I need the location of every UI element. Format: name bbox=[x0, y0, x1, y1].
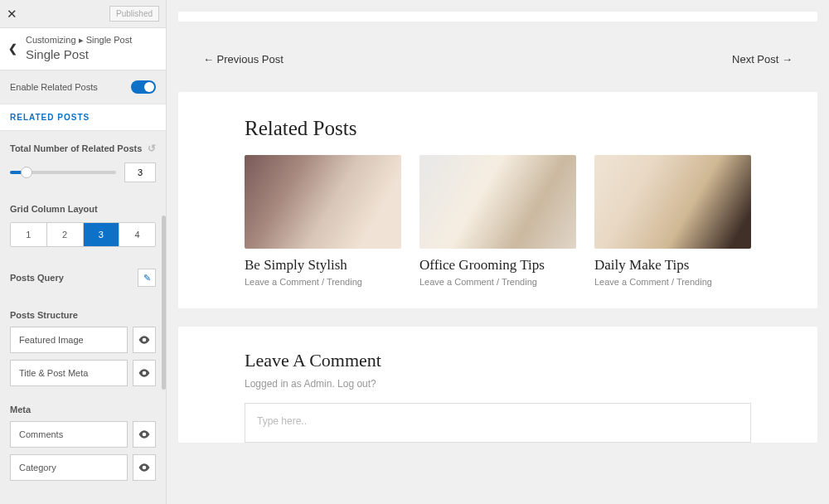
posts-query-row: Posts Query ✎ bbox=[0, 257, 166, 298]
related-post[interactable]: Office Grooming Tips Leave a Comment / T… bbox=[419, 155, 576, 287]
sidebar-topbar: ✕ Published bbox=[0, 0, 166, 28]
visibility-toggle[interactable] bbox=[133, 421, 156, 448]
preview-pane: ← Previous Post Next Post → Related Post… bbox=[167, 0, 829, 504]
related-post[interactable]: Be Simply Stylish Leave a Comment / Tren… bbox=[245, 155, 401, 287]
breadcrumb: Customizing ▸ Single Post bbox=[26, 35, 132, 46]
page-title: Single Post bbox=[26, 47, 132, 61]
related-posts-card: Related Posts Be Simply Stylish Leave a … bbox=[178, 92, 817, 308]
posts-structure-label: Posts Structure bbox=[0, 298, 166, 327]
back-icon[interactable]: ❮ bbox=[8, 42, 17, 55]
comment-textarea[interactable]: Type here.. bbox=[245, 403, 751, 443]
post-title: Office Grooming Tips bbox=[419, 257, 576, 274]
eye-icon bbox=[138, 336, 150, 344]
total-related-value[interactable]: 3 bbox=[124, 162, 156, 182]
structure-item: Title & Post Meta bbox=[10, 360, 156, 386]
posts-query-edit-button[interactable]: ✎ bbox=[138, 269, 156, 287]
prev-post-link[interactable]: ← Previous Post bbox=[203, 53, 284, 65]
post-meta: Leave a Comment / Trending bbox=[594, 277, 751, 287]
post-thumbnail bbox=[245, 155, 401, 249]
published-badge: Published bbox=[109, 6, 159, 22]
comment-title: Leave A Comment bbox=[245, 350, 751, 371]
structure-title-meta[interactable]: Title & Post Meta bbox=[10, 360, 128, 386]
post-title: Be Simply Stylish bbox=[245, 257, 401, 274]
visibility-toggle[interactable] bbox=[133, 360, 156, 386]
eye-icon bbox=[138, 463, 150, 472]
grid-opt-3[interactable]: 3 bbox=[84, 223, 120, 246]
eye-icon bbox=[138, 369, 150, 377]
sidebar-scrollbar[interactable] bbox=[162, 216, 166, 390]
meta-item: Comments bbox=[10, 421, 156, 448]
grid-column-block: Grid Column Layout 1 2 3 4 bbox=[0, 192, 166, 257]
sidebar-header: ❮ Customizing ▸ Single Post Single Post bbox=[0, 28, 166, 70]
structure-item: Featured Image bbox=[10, 327, 156, 353]
total-related-label: Total Number of Related Posts bbox=[10, 143, 142, 153]
meta-label: Meta bbox=[0, 393, 166, 421]
related-section-title: RELATED POSTS bbox=[0, 104, 166, 131]
post-meta: Leave a Comment / Trending bbox=[419, 277, 576, 287]
related-posts-grid: Be Simply Stylish Leave a Comment / Tren… bbox=[245, 155, 751, 287]
post-title: Daily Make Tips bbox=[594, 257, 751, 274]
posts-query-label: Posts Query bbox=[10, 273, 64, 283]
next-post-link[interactable]: Next Post → bbox=[732, 53, 793, 65]
meta-category[interactable]: Category bbox=[10, 454, 128, 481]
total-related-block: Total Number of Related Posts ↺ 3 bbox=[0, 131, 166, 192]
post-thumbnail bbox=[419, 155, 576, 249]
grid-opt-1[interactable]: 1 bbox=[11, 223, 47, 246]
enable-related-toggle[interactable] bbox=[131, 80, 156, 94]
enable-related-row: Enable Related Posts bbox=[0, 70, 166, 104]
visibility-toggle[interactable] bbox=[133, 454, 156, 481]
visibility-toggle[interactable] bbox=[133, 327, 156, 353]
comment-card: Leave A Comment Logged in as Admin. Log … bbox=[178, 327, 817, 443]
reset-icon[interactable]: ↺ bbox=[148, 143, 156, 154]
post-nav: ← Previous Post Next Post → bbox=[178, 40, 817, 79]
enable-related-label: Enable Related Posts bbox=[10, 82, 98, 92]
content-card-top bbox=[178, 12, 817, 22]
customizer-sidebar: ✕ Published ❮ Customizing ▸ Single Post … bbox=[0, 0, 167, 504]
logged-in-line: Logged in as Admin. Log out? bbox=[245, 378, 751, 390]
eye-icon bbox=[138, 430, 150, 439]
post-thumbnail bbox=[594, 155, 751, 249]
related-post[interactable]: Daily Make Tips Leave a Comment / Trendi… bbox=[594, 155, 751, 287]
close-icon[interactable]: ✕ bbox=[7, 7, 17, 22]
total-related-slider[interactable] bbox=[10, 171, 116, 174]
grid-column-label: Grid Column Layout bbox=[10, 204, 98, 214]
meta-item: Category bbox=[10, 454, 156, 481]
structure-featured-image[interactable]: Featured Image bbox=[10, 327, 128, 353]
grid-opt-2[interactable]: 2 bbox=[47, 223, 84, 246]
post-meta: Leave a Comment / Trending bbox=[245, 277, 401, 287]
pencil-icon: ✎ bbox=[143, 273, 151, 284]
grid-opt-4[interactable]: 4 bbox=[119, 223, 155, 246]
related-posts-title: Related Posts bbox=[245, 117, 751, 140]
grid-column-segmented[interactable]: 1 2 3 4 bbox=[10, 222, 156, 247]
meta-comments[interactable]: Comments bbox=[10, 421, 128, 448]
